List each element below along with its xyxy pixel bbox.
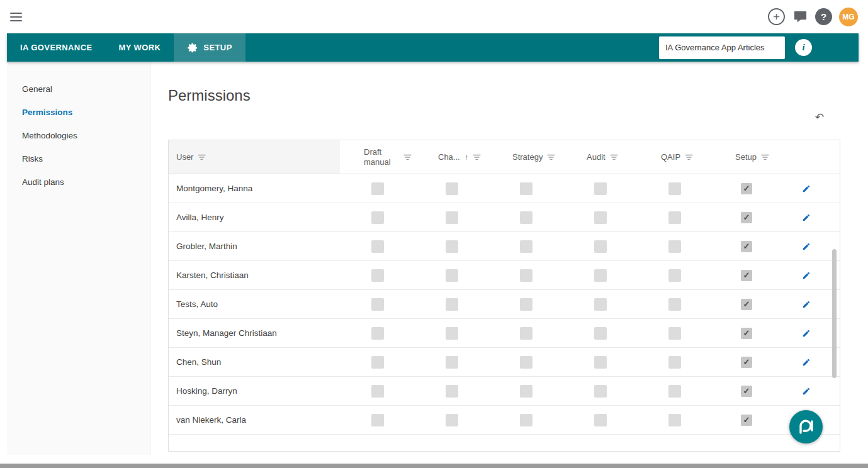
- scrollbar-thumb[interactable]: [832, 249, 837, 378]
- table-body: Montgomery, Hanna✓Avilla, Henry✓Grobler,…: [169, 174, 840, 435]
- cha-checkbox[interactable]: [446, 385, 458, 398]
- column-header-cha: Cha...↑: [414, 140, 488, 174]
- draft-manual-checkbox[interactable]: [371, 269, 384, 282]
- setup-checkbox[interactable]: ✓: [741, 270, 752, 281]
- chat-icon[interactable]: [792, 9, 808, 25]
- strategy-checkbox[interactable]: [520, 240, 533, 253]
- draft-manual-checkbox[interactable]: [371, 240, 384, 253]
- sort-asc-icon[interactable]: ↑: [465, 152, 469, 162]
- strategy-checkbox[interactable]: [520, 385, 533, 398]
- strategy-checkbox[interactable]: [520, 182, 533, 195]
- table-scrollbar[interactable]: [832, 174, 837, 448]
- sidebar-item-general[interactable]: General: [7, 77, 150, 101]
- sidebar-item-permissions[interactable]: Permissions: [7, 101, 150, 124]
- qaip-checkbox[interactable]: [668, 211, 681, 224]
- content: GeneralPermissionsMethodologiesRisksAudi…: [7, 62, 859, 455]
- qaip-checkbox[interactable]: [668, 240, 681, 253]
- audit-checkbox[interactable]: [594, 327, 607, 340]
- avatar[interactable]: MG: [839, 8, 858, 26]
- filter-icon[interactable]: [547, 154, 555, 160]
- filter-icon[interactable]: [198, 154, 206, 160]
- strategy-checkbox[interactable]: [520, 356, 533, 369]
- strategy-checkbox[interactable]: [520, 327, 533, 340]
- strategy-checkbox[interactable]: [520, 211, 533, 224]
- audit-checkbox[interactable]: [594, 211, 607, 224]
- undo-icon[interactable]: ↶: [815, 111, 824, 123]
- cha-checkbox[interactable]: [446, 356, 458, 369]
- qaip-checkbox[interactable]: [668, 269, 681, 282]
- draft-manual-checkbox[interactable]: [371, 414, 384, 426]
- setup-checkbox[interactable]: ✓: [741, 212, 752, 223]
- cha-checkbox[interactable]: [446, 269, 458, 282]
- audit-checkbox[interactable]: [594, 385, 607, 398]
- cha-checkbox[interactable]: [446, 414, 458, 426]
- audit-checkbox[interactable]: [594, 269, 607, 282]
- qaip-checkbox[interactable]: [668, 385, 681, 398]
- audit-checkbox[interactable]: [594, 240, 607, 253]
- cha-checkbox[interactable]: [446, 211, 458, 224]
- draft-manual-checkbox[interactable]: [371, 385, 384, 398]
- setup-checkbox[interactable]: ✓: [741, 241, 752, 252]
- audit-checkbox[interactable]: [594, 356, 607, 369]
- filter-icon[interactable]: [473, 154, 481, 160]
- audit-checkbox[interactable]: [594, 298, 607, 311]
- sidebar-item-risks[interactable]: Risks: [7, 147, 150, 170]
- strategy-checkbox[interactable]: [520, 414, 533, 426]
- nav-tab-setup[interactable]: SETUP: [174, 33, 245, 62]
- edit-row-button[interactable]: [802, 300, 811, 309]
- setup-checkbox[interactable]: ✓: [741, 183, 752, 194]
- draft-manual-checkbox[interactable]: [371, 356, 384, 369]
- edit-row-button[interactable]: [802, 271, 811, 280]
- setup-checkbox[interactable]: ✓: [741, 415, 752, 426]
- setup-checkbox[interactable]: ✓: [741, 386, 752, 397]
- edit-row-button[interactable]: [802, 358, 811, 367]
- search-input[interactable]: [659, 36, 785, 59]
- qaip-checkbox[interactable]: [668, 182, 681, 195]
- sidebar-item-audit-plans[interactable]: Audit plans: [7, 170, 150, 194]
- table-header: UserDraft manualCha...↑StrategyAuditQAIP…: [169, 140, 840, 174]
- table-row: Montgomery, Hanna✓: [169, 174, 840, 203]
- filter-icon[interactable]: [610, 154, 618, 160]
- strategy-checkbox[interactable]: [520, 269, 533, 282]
- filter-icon[interactable]: [685, 154, 693, 160]
- draft-manual-checkbox[interactable]: [371, 211, 384, 224]
- nav-tabs: IA GOVERNANCEMY WORKSETUP: [7, 33, 245, 62]
- widget-launcher[interactable]: [789, 410, 823, 443]
- cha-checkbox[interactable]: [446, 182, 458, 195]
- strategy-checkbox[interactable]: [520, 298, 533, 311]
- info-icon[interactable]: i: [795, 39, 812, 56]
- setup-checkbox[interactable]: ✓: [741, 357, 752, 368]
- table-row: Avilla, Henry✓: [169, 203, 840, 232]
- draft-manual-checkbox[interactable]: [371, 182, 384, 195]
- setup-checkbox[interactable]: ✓: [741, 299, 752, 310]
- audit-checkbox[interactable]: [594, 182, 607, 195]
- draft-manual-checkbox[interactable]: [371, 327, 384, 340]
- widget-logo-icon: [798, 418, 815, 436]
- edit-row-button[interactable]: [802, 242, 811, 251]
- cell-qaip: [637, 182, 711, 195]
- nav-tab-my-work[interactable]: MY WORK: [106, 33, 174, 62]
- cha-checkbox[interactable]: [446, 240, 458, 253]
- audit-checkbox[interactable]: [594, 414, 607, 426]
- cell-audit: [563, 327, 637, 340]
- qaip-checkbox[interactable]: [668, 327, 681, 340]
- add-icon[interactable]: +: [768, 8, 785, 25]
- edit-row-button[interactable]: [802, 329, 811, 338]
- filter-icon[interactable]: [403, 154, 412, 160]
- draft-manual-checkbox[interactable]: [371, 298, 384, 311]
- qaip-checkbox[interactable]: [668, 298, 681, 311]
- menu-icon[interactable]: [10, 13, 22, 21]
- table-row: Tests, Auto✓: [169, 290, 840, 319]
- filter-icon[interactable]: [761, 154, 769, 160]
- edit-row-button[interactable]: [802, 213, 811, 222]
- help-icon[interactable]: ?: [815, 8, 832, 25]
- nav-tab-ia-governance[interactable]: IA GOVERNANCE: [7, 33, 106, 62]
- setup-checkbox[interactable]: ✓: [741, 328, 752, 339]
- sidebar-item-methodologies[interactable]: Methodologies: [7, 124, 150, 147]
- cha-checkbox[interactable]: [446, 298, 458, 311]
- qaip-checkbox[interactable]: [668, 414, 681, 426]
- cha-checkbox[interactable]: [446, 327, 458, 340]
- edit-row-button[interactable]: [802, 387, 811, 396]
- qaip-checkbox[interactable]: [668, 356, 681, 369]
- edit-row-button[interactable]: [802, 184, 811, 193]
